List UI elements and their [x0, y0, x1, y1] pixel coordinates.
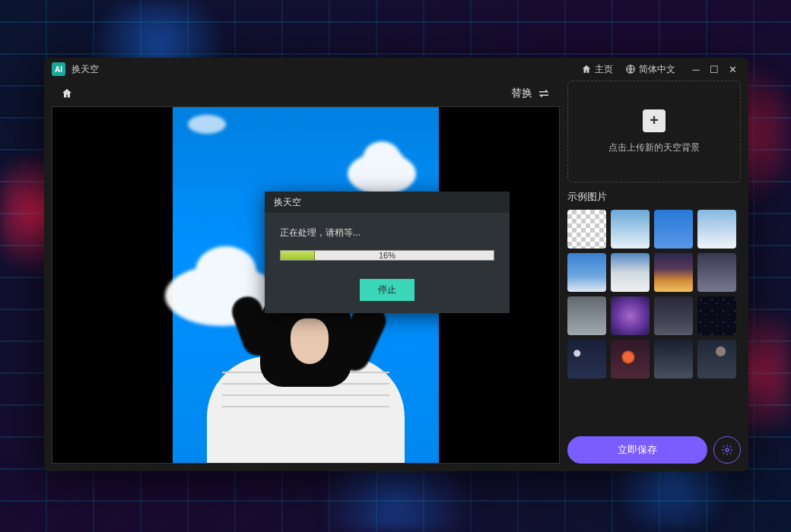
sample-thumb-night-clouds-1[interactable] — [654, 340, 693, 378]
save-button[interactable]: 立即保存 — [567, 436, 707, 464]
samples-section: 示例图片 — [567, 190, 741, 423]
progress-text: 16% — [379, 251, 396, 260]
gear-icon — [721, 444, 733, 456]
home-icon — [581, 64, 592, 74]
minimize-button[interactable]: ─ — [688, 61, 704, 78]
upload-box[interactable]: + 点击上传新的天空背景 — [567, 81, 741, 182]
home-button[interactable]: 主页 — [575, 63, 619, 76]
dialog-message: 正在处理，请稍等... — [280, 226, 361, 239]
window-controls: ─ ☐ ✕ — [688, 61, 741, 78]
svg-point-1 — [726, 448, 729, 451]
stop-button[interactable]: 停止 — [360, 279, 415, 301]
window-title: 换天空 — [71, 63, 99, 76]
dialog-title: 换天空 — [265, 192, 510, 213]
samples-scroll[interactable] — [567, 210, 741, 423]
sample-thumb-moon-night[interactable] — [567, 340, 606, 378]
progress-wrap: 16% — [280, 250, 494, 261]
sample-thumb-blue-clouds-2[interactable] — [567, 253, 606, 292]
progress-bar: 16% — [280, 250, 494, 261]
sample-thumb-clouds-day-3[interactable] — [611, 253, 650, 292]
samples-label: 示例图片 — [567, 190, 741, 204]
sample-thumb-dark-clouds[interactable] — [654, 296, 693, 335]
canvas-toolbar: 替换 — [52, 81, 560, 106]
language-label: 简体中文 — [639, 63, 675, 76]
sample-thumb-clouds-day-1[interactable] — [611, 210, 650, 249]
sample-thumb-blue-sky-1[interactable] — [654, 210, 693, 249]
close-button[interactable]: ✕ — [724, 61, 741, 78]
sample-thumb-night-clouds-2[interactable] — [697, 340, 736, 378]
sample-thumb-stars-1[interactable] — [697, 296, 736, 335]
replace-label: 替换 — [511, 87, 532, 100]
replace-button[interactable]: 替换 — [511, 87, 551, 100]
globe-icon — [625, 64, 636, 74]
sample-thumb-gray-clouds-1[interactable] — [567, 296, 606, 335]
sample-thumb-purple-nebula[interactable] — [611, 296, 650, 335]
sample-thumb-eclipse[interactable] — [611, 340, 650, 378]
upload-text: 点击上传新的天空背景 — [608, 141, 700, 154]
settings-button[interactable] — [713, 436, 741, 464]
sample-thumb-transparent-checker[interactable] — [567, 210, 606, 249]
save-row: 立即保存 — [567, 436, 741, 464]
plus-icon: + — [643, 109, 666, 132]
progress-fill — [281, 251, 315, 260]
samples-grid — [567, 210, 736, 378]
sidebar: + 点击上传新的天空背景 示例图片 立即保存 — [567, 81, 741, 464]
sample-thumb-storm-1[interactable] — [697, 253, 736, 292]
maximize-button[interactable]: ☐ — [706, 61, 723, 78]
swap-icon — [537, 87, 551, 100]
sample-thumb-clouds-day-2[interactable] — [697, 210, 736, 249]
canvas-home-icon[interactable] — [61, 87, 73, 100]
app-icon: AI — [52, 62, 65, 76]
titlebar: AI 换天空 主页 简体中文 ─ ☐ ✕ — [44, 58, 748, 81]
progress-dialog: 换天空 正在处理，请稍等... 16% 停止 — [265, 192, 510, 313]
sample-thumb-sunset-1[interactable] — [654, 253, 693, 292]
dialog-body: 正在处理，请稍等... 16% 停止 — [265, 213, 510, 313]
language-button[interactable]: 简体中文 — [619, 63, 681, 76]
home-label: 主页 — [595, 63, 613, 76]
